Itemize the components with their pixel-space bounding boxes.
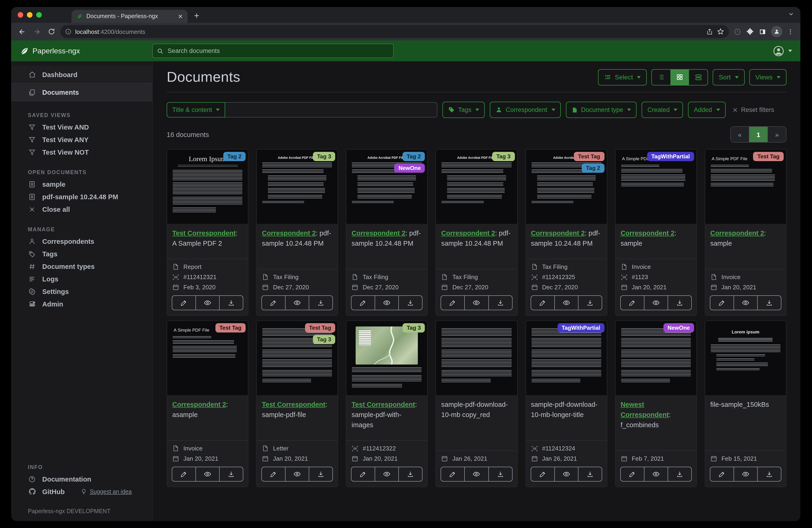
side-panel-icon[interactable] [759,28,767,35]
suggest-an-idea-link[interactable]: Suggest an idea [81,488,132,495]
browser-profile-avatar[interactable] [771,26,782,37]
site-info-icon[interactable] [65,28,72,35]
correspondent-link[interactable]: Newest Correspondent [621,401,669,418]
forward-icon[interactable] [31,26,43,38]
edit-button[interactable] [262,467,286,481]
tags-filter-button[interactable]: Tags [443,102,485,118]
added-filter-button[interactable]: Added [688,102,725,118]
browser-tab[interactable]: Documents - Paperless-ngx ✕ [72,10,188,23]
edit-button[interactable] [352,296,375,310]
select-button[interactable]: Select [598,69,647,85]
tag-badge[interactable]: NewOne [664,323,694,332]
document-card[interactable]: Adobe Acrobat PTest TagTag 2Corresponden… [525,149,607,316]
correspondent-link[interactable]: Correspondent 2 [621,229,675,237]
doc-thumbnail[interactable]: A Simple PDF FileTest Tag [167,321,248,395]
sidebar-item-correspondents[interactable]: Correspondents [11,235,152,247]
document-card[interactable]: A Simple PDF FileTest TagCorrespondent 2… [167,320,248,487]
edit-button[interactable] [621,296,644,310]
doc-title[interactable]: Correspondent 2: pdf-sample 10.24.48 PM [526,224,607,252]
document-card[interactable]: Tag 3Test Correspondent: sample-pdf-with… [346,320,428,487]
doc-title[interactable]: Correspondent 2: pdf-sample 10.24.48 PM [436,224,517,252]
download-button[interactable] [489,467,512,481]
edit-button[interactable] [531,467,554,481]
doc-title[interactable]: sample-pdf-download-10-mb-longer-title [526,395,607,424]
download-button[interactable] [399,467,422,481]
document-card[interactable]: A Simple PDF FileTest TagCorrespondent 2… [705,149,786,316]
views-button[interactable]: Views [749,69,786,85]
sidebar-item-github[interactable]: GitHubSuggest an idea [11,485,152,498]
preview-button[interactable] [734,467,758,481]
correspondent-link[interactable]: Test Correspondent [262,401,325,408]
preview-button[interactable] [196,467,220,481]
document-card[interactable]: TagWithPartialsample-pdf-download-10-mb-… [525,320,607,487]
global-search[interactable] [152,44,394,58]
document-card[interactable]: Test TagTag 3Test Correspondent: sample-… [256,320,338,487]
download-button[interactable] [309,467,332,481]
doc-thumbnail[interactable]: Lorem ipsum [705,321,786,395]
correspondent-link[interactable]: Correspondent 2 [352,229,406,237]
edit-button[interactable] [621,467,644,481]
document-card[interactable]: sample-pdf-download-10-mb copy_redJan 26… [436,320,518,487]
correspondent-link[interactable]: Correspondent 2 [531,229,585,237]
browser-menu-kebab-icon[interactable] [787,28,794,35]
sidebar-item-test-view-not[interactable]: Test View NOT [11,146,152,158]
created-filter-button[interactable]: Created [642,102,683,118]
doc-thumbnail[interactable]: TagWithPartial [526,321,607,395]
extensions-puzzle-icon[interactable] [746,28,754,35]
tag-badge[interactable]: Test Tag [215,323,246,332]
tag-badge[interactable]: Test Tag [753,152,784,161]
new-tab-button[interactable]: + [194,11,199,21]
reload-icon[interactable] [45,26,58,38]
preview-button[interactable] [286,467,309,481]
sidebar-item-documentation[interactable]: Documentation [11,473,152,485]
preview-button[interactable] [644,296,668,310]
preview-button[interactable] [196,296,220,310]
correspondent-filter-button[interactable]: Correspondent [490,102,561,118]
edit-button[interactable] [172,467,196,481]
doc-thumbnail[interactable] [436,321,517,395]
search-input[interactable] [167,47,389,55]
sidebar-item-sample[interactable]: sample [11,178,152,190]
sidebar-item-pdf-sample-10-24-48-pm[interactable]: pdf-sample 10.24.48 PM [11,190,152,203]
tag-badge[interactable]: Tag 2 [582,163,605,173]
document-card[interactable]: Lorem IpsumTag 2Test Correspondent: A Sa… [167,149,248,316]
tag-badge[interactable]: Tag 3 [313,152,335,161]
doc-title[interactable]: Newest Correspondent: f_combineds [615,395,696,434]
share-icon[interactable] [706,28,713,35]
doc-thumbnail[interactable]: NewOne [615,321,696,395]
doc-title[interactable]: Correspondent 2: sample [615,224,696,252]
tag-badge[interactable]: Test Tag [574,152,604,161]
edit-button[interactable] [531,296,554,310]
correspondent-link[interactable]: Correspondent 2 [262,229,316,237]
edit-button[interactable] [441,467,465,481]
preview-button[interactable] [465,296,489,310]
preview-button[interactable] [465,467,489,481]
reset-filters-button[interactable]: ✕ Reset filters [733,106,774,114]
search-field-selector[interactable]: Title & content [167,102,225,117]
doc-title[interactable]: Test Correspondent: sample-pdf-file [257,395,337,424]
doc-thumbnail[interactable]: Lorem IpsumTag 2 [167,149,248,224]
tag-badge[interactable]: Tag 3 [492,152,514,161]
sidebar-item-document-types[interactable]: Document types [11,260,152,273]
back-icon[interactable] [16,26,28,38]
sidebar-item-close-all[interactable]: Close all [11,203,152,215]
close-window-button[interactable] [18,12,23,18]
list-view-button[interactable] [652,69,670,85]
correspondent-link[interactable]: Correspondent 2 [172,401,226,408]
document-card[interactable]: A Simple PDF FileTagWithPartialCorrespon… [615,149,697,316]
correspondent-link[interactable]: Test Correspondent [172,229,236,237]
download-button[interactable] [399,296,422,310]
document-card[interactable]: Lorem ipsumfile-sample_150kBsFeb 15, 202… [705,320,786,487]
edit-button[interactable] [441,296,465,310]
preview-button[interactable] [734,296,758,310]
document-card[interactable]: NewOneNewest Correspondent: f_combinedsF… [615,320,697,487]
tag-badge[interactable]: Tag 2 [223,152,246,161]
tab-overview-chevron-icon[interactable] [788,11,794,17]
download-button[interactable] [668,467,691,481]
download-button[interactable] [489,296,512,310]
edit-button[interactable] [352,467,375,481]
sidebar-item-test-view-and[interactable]: Test View AND [11,121,152,133]
tag-badge[interactable]: NewOne [394,163,425,173]
preview-button[interactable] [375,467,399,481]
tag-badge[interactable]: Tag 3 [403,323,425,332]
